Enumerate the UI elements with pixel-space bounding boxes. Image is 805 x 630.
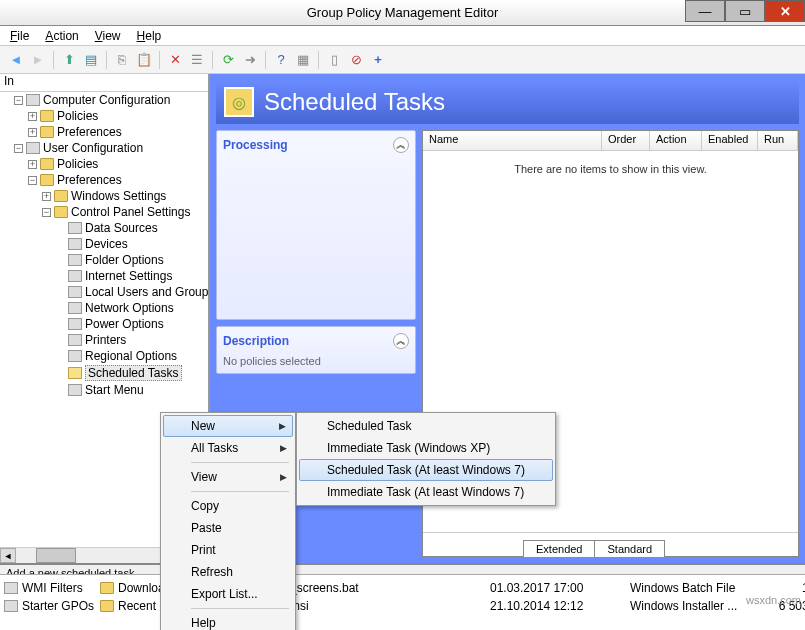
up-icon[interactable]: ⬆ <box>59 50 79 70</box>
tree-printers[interactable]: Printers <box>56 332 208 348</box>
grid-icon[interactable]: ▦ <box>293 50 313 70</box>
col-run[interactable]: Run <box>758 131 798 150</box>
menu-view[interactable]: View <box>95 29 121 43</box>
menu-file[interactable]: File <box>10 29 29 43</box>
watermark: wsxdn.com <box>746 594 801 606</box>
panel-icon[interactable]: ▤ <box>81 50 101 70</box>
collapse-description-icon[interactable]: ︽ <box>393 333 409 349</box>
ctx-export[interactable]: Export List... <box>163 583 293 605</box>
tree-start-menu[interactable]: Start Menu <box>56 382 208 398</box>
tree-power-options[interactable]: Power Options <box>56 316 208 332</box>
background-explorer: WMI Filters Starter GPOs Downloads Recen… <box>0 574 805 630</box>
ctx-refresh[interactable]: Refresh <box>163 561 293 583</box>
col-action[interactable]: Action <box>650 131 702 150</box>
tree-local-users[interactable]: Local Users and Groups <box>56 284 208 300</box>
tree-header: In <box>0 74 208 92</box>
ctx-view[interactable]: View <box>163 466 293 488</box>
processing-box: Processing ︽ <box>216 130 416 320</box>
description-text: No policies selected <box>223 355 409 367</box>
refresh-icon[interactable]: ⟳ <box>218 50 238 70</box>
file-icon[interactable]: ▯ <box>324 50 344 70</box>
tree-user-config[interactable]: −User Configuration <box>14 140 208 156</box>
copy-icon[interactable]: ⎘ <box>112 50 132 70</box>
menu-action[interactable]: Action <box>45 29 78 43</box>
minimize-button[interactable]: — <box>685 0 725 22</box>
menu-help[interactable]: Help <box>137 29 162 43</box>
menu-bar: File Action View Help <box>0 26 805 46</box>
tree-scheduled-tasks[interactable]: Scheduled Tasks <box>56 364 208 382</box>
tree-devices[interactable]: Devices <box>56 236 208 252</box>
view-tabs: Extended Standard <box>423 532 798 556</box>
ctx-paste[interactable]: Paste <box>163 517 293 539</box>
back-button[interactable]: ◄ <box>6 50 26 70</box>
tree-cc-preferences[interactable]: +Preferences <box>28 124 208 140</box>
wmi-filters[interactable]: WMI Filters <box>4 579 94 597</box>
ctx-all-tasks[interactable]: All Tasks <box>163 437 293 459</box>
sub-scheduled-task[interactable]: Scheduled Task <box>299 415 553 437</box>
tree-folder-options[interactable]: Folder Options <box>56 252 208 268</box>
tree-windows-settings[interactable]: +Windows Settings <box>42 188 208 204</box>
tree-uc-preferences[interactable]: −Preferences <box>28 172 208 188</box>
add-icon[interactable]: + <box>368 50 388 70</box>
tree-cc-policies[interactable]: +Policies <box>28 108 208 124</box>
sub-scheduled-task-win7[interactable]: Scheduled Task (At least Windows 7) <box>299 459 553 481</box>
title-bar: Group Policy Management Editor — ▭ ✕ <box>0 0 805 26</box>
hscroll-left[interactable]: ◄ <box>0 548 16 563</box>
export-icon[interactable]: ➜ <box>240 50 260 70</box>
close-button[interactable]: ✕ <box>765 0 805 22</box>
file-row-1[interactable]: _screens.bat 01.03.2017 17:00 Windows Ba… <box>290 579 805 597</box>
context-submenu-new: Scheduled Task Immediate Task (Windows X… <box>296 412 556 506</box>
ctx-print[interactable]: Print <box>163 539 293 561</box>
hero-banner: Scheduled Tasks <box>210 74 805 124</box>
maximize-button[interactable]: ▭ <box>725 0 765 22</box>
forward-button[interactable]: ► <box>28 50 48 70</box>
file-row-2[interactable]: msi 21.10.2014 12:12 Windows Installer .… <box>290 597 805 615</box>
tree-internet-settings[interactable]: Internet Settings <box>56 268 208 284</box>
processing-title: Processing <box>223 138 288 152</box>
sub-immediate-task-xp[interactable]: Immediate Task (Windows XP) <box>299 437 553 459</box>
collapse-processing-icon[interactable]: ︽ <box>393 137 409 153</box>
description-title: Description <box>223 334 289 348</box>
description-box: Description ︽ No policies selected <box>216 326 416 374</box>
context-menu: New All Tasks View Copy Paste Print Refr… <box>160 412 296 630</box>
delete-icon[interactable]: ✕ <box>165 50 185 70</box>
empty-message: There are no items to show in this view. <box>423 163 798 175</box>
ctx-new[interactable]: New <box>163 415 293 437</box>
paste-icon[interactable]: 📋 <box>134 50 154 70</box>
list-header[interactable]: Name Order Action Enabled Run <box>423 131 798 151</box>
scheduled-tasks-icon <box>224 87 254 117</box>
col-enabled[interactable]: Enabled <box>702 131 758 150</box>
tree-network-options[interactable]: Network Options <box>56 300 208 316</box>
help-icon[interactable]: ? <box>271 50 291 70</box>
tree-uc-policies[interactable]: +Policies <box>28 156 208 172</box>
hscroll-thumb[interactable] <box>36 548 76 563</box>
tree-computer-config[interactable]: −Computer Configuration <box>14 92 208 108</box>
ctx-help[interactable]: Help <box>163 612 293 630</box>
toolbar: ◄ ► ⬆ ▤ ⎘ 📋 ✕ ☰ ⟳ ➜ ? ▦ ▯ ⊘ + <box>0 46 805 74</box>
tree-control-panel-settings[interactable]: −Control Panel Settings <box>42 204 208 220</box>
ctx-copy[interactable]: Copy <box>163 495 293 517</box>
starter-gpos[interactable]: Starter GPOs <box>4 597 94 615</box>
tab-extended[interactable]: Extended <box>523 540 595 557</box>
hero-title: Scheduled Tasks <box>264 88 445 116</box>
tab-standard[interactable]: Standard <box>594 540 665 557</box>
col-name[interactable]: Name <box>423 131 602 150</box>
properties-icon[interactable]: ☰ <box>187 50 207 70</box>
tree-data-sources[interactable]: Data Sources <box>56 220 208 236</box>
tree-regional-options[interactable]: Regional Options <box>56 348 208 364</box>
stop-icon[interactable]: ⊘ <box>346 50 366 70</box>
col-order[interactable]: Order <box>602 131 650 150</box>
sub-immediate-task-win7[interactable]: Immediate Task (At least Windows 7) <box>299 481 553 503</box>
